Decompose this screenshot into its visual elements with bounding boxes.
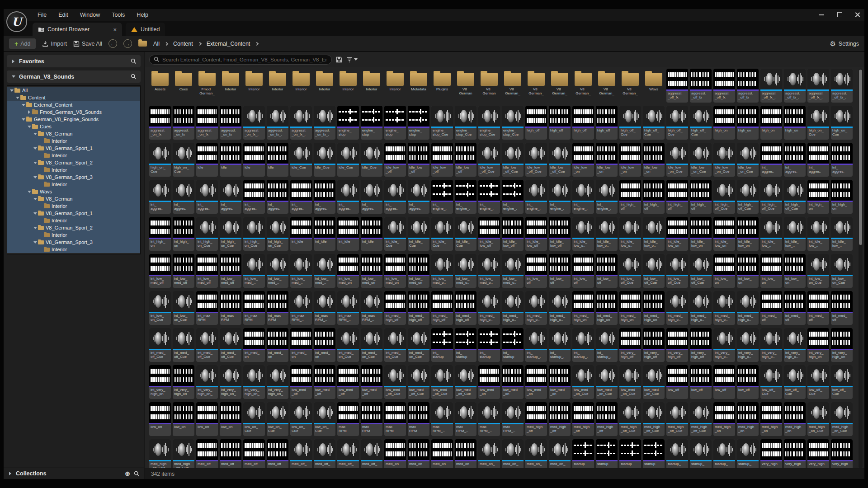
sound-wave-tile[interactable]: low_off <box>737 365 759 399</box>
sound-wave-tile[interactable]: low_off <box>713 365 735 399</box>
folder-tile[interactable]: Interior <box>267 69 288 103</box>
collapse-icon[interactable] <box>11 74 16 80</box>
tree-item-interior[interactable]: Interior <box>7 152 140 159</box>
sound-cue-tile[interactable]: med_high_on_Cue <box>807 402 829 436</box>
sound-cue-tile[interactable]: low_off_Cue <box>784 365 806 399</box>
sound-wave-tile[interactable]: med_off <box>220 439 241 468</box>
sound-wave-tile[interactable]: med_off <box>267 439 288 468</box>
sound-wave-tile[interactable]: int_very_high_on <box>807 328 829 362</box>
sound-cue-tile[interactable]: low_med_on_Cue <box>572 365 594 399</box>
folder-tile[interactable]: Interior <box>337 69 359 103</box>
sound-cue-tile[interactable]: int_med_high_o.. <box>713 291 735 325</box>
sound-wave-tile[interactable]: idle <box>220 143 241 177</box>
sound-wave-tile[interactable]: aggressi._on_fx <box>196 106 218 140</box>
tree-item-v8_german_sport_1[interactable]: V8_German_Sport_1 <box>7 210 140 217</box>
breadcrumb-all[interactable]: All <box>153 41 160 47</box>
sound-wave-tile[interactable]: int_med_off <box>760 291 782 325</box>
add-collection-icon[interactable]: ⊕ <box>125 470 130 477</box>
sound-wave-tile[interactable]: int_high_on <box>149 217 171 251</box>
sound-cue-tile[interactable]: high_off_Cue <box>666 106 688 140</box>
sound-wave-tile[interactable]: very_high <box>831 439 853 468</box>
collapse-icon[interactable] <box>33 145 38 151</box>
sound-wave-tile[interactable]: int_low_off <box>525 254 547 288</box>
sound-wave-tile[interactable]: low_med_on <box>525 365 547 399</box>
sound-cue-tile[interactable]: aggressi._on_fx_. <box>267 106 288 140</box>
folder-tile[interactable]: V8_German_ <box>596 69 618 103</box>
sound-wave-tile[interactable]: int_med_on <box>267 328 288 362</box>
sound-cue-tile[interactable]: int_low_med_.. <box>314 254 335 288</box>
sound-wave-tile[interactable]: int_idle_low_on <box>737 217 759 251</box>
sound-cue-tile[interactable]: startup_ <box>737 439 759 468</box>
sound-cue-tile[interactable]: int_low_med_o.. <box>431 254 453 288</box>
sound-wave-tile[interactable]: int_aggres. <box>243 180 265 214</box>
sound-wave-tile[interactable]: startup <box>572 439 594 468</box>
sound-wave-tile[interactable]: startup <box>596 439 618 468</box>
sound-wave-tile[interactable]: idle <box>243 143 265 177</box>
sound-wave-tile[interactable]: int_idle_low_off <box>525 217 547 251</box>
collapse-icon[interactable] <box>27 124 32 130</box>
sound-cue-tile[interactable]: int_startup_. <box>549 328 571 362</box>
sound-cue-tile[interactable]: int_med_high_o.. <box>737 291 759 325</box>
sound-wave-tile[interactable]: int_med_on <box>290 328 312 362</box>
vertical-scrollbar[interactable] <box>859 69 863 468</box>
sound-cue-tile[interactable]: int_maxRPM_.. <box>361 291 382 325</box>
sound-cue-tile[interactable]: int_very_high_on_ <box>243 365 265 399</box>
sound-wave-tile[interactable]: high_off <box>596 106 618 140</box>
sound-cue-tile[interactable]: int_low_off_Cue <box>666 254 688 288</box>
sound-wave-tile[interactable]: high_off <box>572 106 594 140</box>
folder-tile[interactable]: Cues <box>173 69 194 103</box>
sound-cue-tile[interactable]: int_aggres. <box>408 180 429 214</box>
sound-wave-tile[interactable]: int_med_off <box>807 291 829 325</box>
sound-cue-tile[interactable]: aggressi._off_fx_. <box>807 69 829 103</box>
sound-cue-tile[interactable]: int_idle_low_.. <box>831 217 853 251</box>
sound-wave-tile[interactable]: med_on <box>455 439 476 468</box>
sound-cue-tile[interactable]: med_high_off_Cue <box>666 402 688 436</box>
tree-item-fmod_german_v8_sounds[interactable]: Fmod_German_V8_Sounds <box>7 108 140 116</box>
sound-wave-tile[interactable]: low_med_off <box>361 365 382 399</box>
back-button[interactable]: ← <box>108 39 117 48</box>
sound-cue-tile[interactable]: engine_stop_Cue <box>455 106 476 140</box>
sound-cue-tile[interactable]: med_on_ <box>525 439 547 468</box>
sound-wave-tile[interactable]: int_high_on <box>173 217 194 251</box>
import-button[interactable]: Import <box>42 41 66 47</box>
forward-button[interactable]: → <box>123 39 132 48</box>
sound-wave-tile[interactable]: engine_stop <box>337 106 359 140</box>
sound-wave-tile[interactable]: idle_low_on <box>572 143 594 177</box>
sound-wave-tile[interactable]: high_on <box>784 106 806 140</box>
sound-cue-tile[interactable]: int_med_on_Cue <box>337 328 359 362</box>
tree-item-cues[interactable]: Cues <box>7 123 140 130</box>
sound-wave-tile[interactable]: int_aggres. <box>314 180 335 214</box>
sound-wave-tile[interactable]: int_low_off <box>596 254 618 288</box>
collapse-icon[interactable] <box>33 239 38 245</box>
sound-cue-tile[interactable]: low_med_off_Cue <box>431 365 453 399</box>
sound-cue-tile[interactable]: low_on_Cue <box>290 402 312 436</box>
folder-tile[interactable]: V8_German_ <box>549 69 571 103</box>
sound-wave-tile[interactable]: int_low_on <box>713 254 735 288</box>
folder-tile[interactable]: Interior <box>220 69 241 103</box>
sound-wave-tile[interactable]: aggressi._on_fx <box>149 106 171 140</box>
collapse-icon[interactable] <box>33 174 38 180</box>
sound-wave-tile[interactable]: aggressi._off_fx <box>690 69 712 103</box>
sound-cue-tile[interactable]: high_off_Cue <box>619 106 641 140</box>
sound-wave-tile[interactable]: high_on <box>713 106 735 140</box>
sound-cue-tile[interactable]: low_med_on_Cue <box>643 365 665 399</box>
sound-cue-tile[interactable]: int_aggres. <box>361 180 382 214</box>
sound-cue-tile[interactable]: int_idle_low_o.. <box>596 217 618 251</box>
sound-wave-tile[interactable]: startup <box>643 439 665 468</box>
collapse-icon[interactable] <box>33 160 38 166</box>
sound-wave-tile[interactable]: int_low_off <box>549 254 571 288</box>
filter-button[interactable] <box>346 56 358 63</box>
sound-cue-tile[interactable]: med_high_on_Cue <box>173 439 194 468</box>
sound-wave-tile[interactable]: engine_stop <box>361 106 382 140</box>
sound-wave-tile[interactable]: int_aggres. <box>784 143 806 177</box>
sound-wave-tile[interactable]: int_med_high_on <box>643 291 665 325</box>
sound-wave-tile[interactable]: low_off <box>666 365 688 399</box>
sound-wave-tile[interactable]: low_med_on <box>478 365 500 399</box>
sound-wave-tile[interactable]: int_engine_. <box>502 180 524 214</box>
sound-wave-tile[interactable]: int_maxRPM <box>243 291 265 325</box>
sound-cue-tile[interactable]: aggressi._off_fx_. <box>831 69 853 103</box>
sound-wave-tile[interactable]: aggressi._on_fx <box>220 106 241 140</box>
sound-wave-tile[interactable]: int_very_high_on <box>173 365 194 399</box>
sound-cue-tile[interactable]: aggressi._off_fx_. <box>784 69 806 103</box>
sound-cue-tile[interactable]: int_maxRPM_.. <box>337 291 359 325</box>
